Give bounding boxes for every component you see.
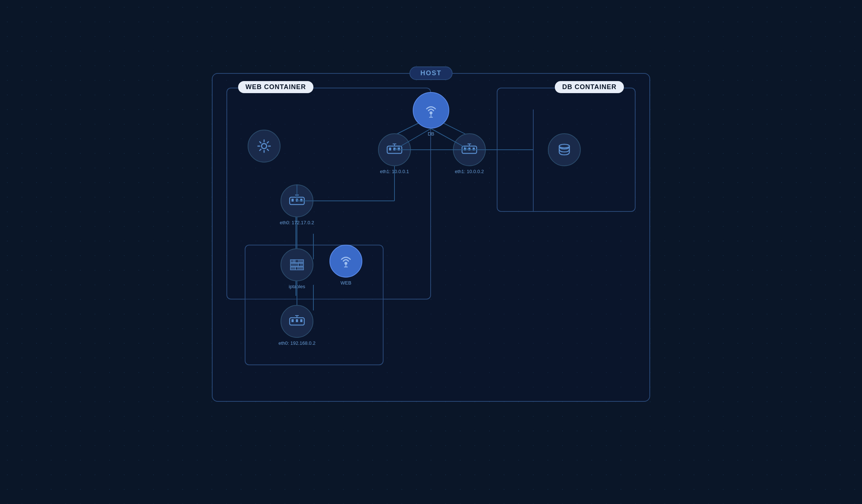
svg-line-19 <box>260 142 261 143</box>
host-label: HOST <box>409 66 453 80</box>
svg-line-22 <box>260 149 261 151</box>
svg-rect-48 <box>290 260 296 263</box>
eth0-host-label: eth0: 192.168.0.2 <box>278 340 315 346</box>
database-icon <box>556 142 572 158</box>
eth0-web-node: eth0: 172.17.0.2 <box>281 184 313 217</box>
firewall-icon <box>289 257 305 273</box>
svg-rect-25 <box>393 148 396 150</box>
svg-point-44 <box>344 262 347 265</box>
db-storage-node <box>548 133 581 166</box>
svg-rect-51 <box>290 263 298 266</box>
eth1-web-label: eth1: 10.0.0.1 <box>380 169 409 174</box>
gear-node <box>248 130 281 163</box>
eth1-db-label: eth1: 10.0.0.2 <box>455 169 484 174</box>
svg-point-14 <box>262 144 267 149</box>
web-service-node: WEB <box>329 245 362 278</box>
web-container-label: WEB CONTAINER <box>238 81 313 93</box>
diagram-container: HOST WEB CONTAINER DB CONTAINER <box>212 51 650 453</box>
svg-line-20 <box>267 149 269 151</box>
eth0-sub-box <box>245 245 384 365</box>
svg-point-35 <box>559 144 569 148</box>
wifi-icon <box>422 101 440 119</box>
network-port-icon <box>386 143 403 156</box>
svg-rect-61 <box>296 319 298 322</box>
svg-rect-30 <box>464 148 466 150</box>
svg-rect-49 <box>298 260 304 263</box>
iptables-label: iptables <box>289 284 305 289</box>
svg-rect-26 <box>398 148 400 150</box>
network-port-icon-2 <box>461 143 478 156</box>
svg-rect-40 <box>296 199 298 202</box>
db-container-label: DB CONTAINER <box>555 81 624 93</box>
svg-line-21 <box>267 142 269 143</box>
svg-rect-39 <box>291 199 294 202</box>
db-service-label: DB <box>428 131 434 137</box>
network-port-icon-4 <box>289 315 305 328</box>
eth0-host-node: eth0: 192.168.0.2 <box>281 305 313 338</box>
eth1-web-node: eth1: 10.0.0.1 <box>378 133 411 166</box>
svg-point-11 <box>430 111 432 114</box>
svg-rect-54 <box>290 267 295 270</box>
svg-rect-32 <box>473 148 475 150</box>
web-service-label: WEB <box>340 280 351 286</box>
db-service-node: DB <box>413 92 449 129</box>
svg-rect-60 <box>291 319 294 322</box>
svg-rect-62 <box>300 319 302 322</box>
eth1-db-node: eth1: 10.0.0.2 <box>453 133 486 166</box>
eth0-web-label: eth0: 172.17.0.2 <box>280 220 314 225</box>
svg-rect-41 <box>300 199 302 202</box>
svg-rect-31 <box>468 148 470 150</box>
gear-icon <box>256 138 272 154</box>
svg-rect-52 <box>300 263 304 266</box>
network-port-icon-3 <box>289 194 305 207</box>
svg-rect-55 <box>297 267 304 270</box>
web-wifi-icon <box>338 253 354 269</box>
svg-rect-24 <box>389 148 391 150</box>
iptables-node: iptables <box>281 248 313 281</box>
